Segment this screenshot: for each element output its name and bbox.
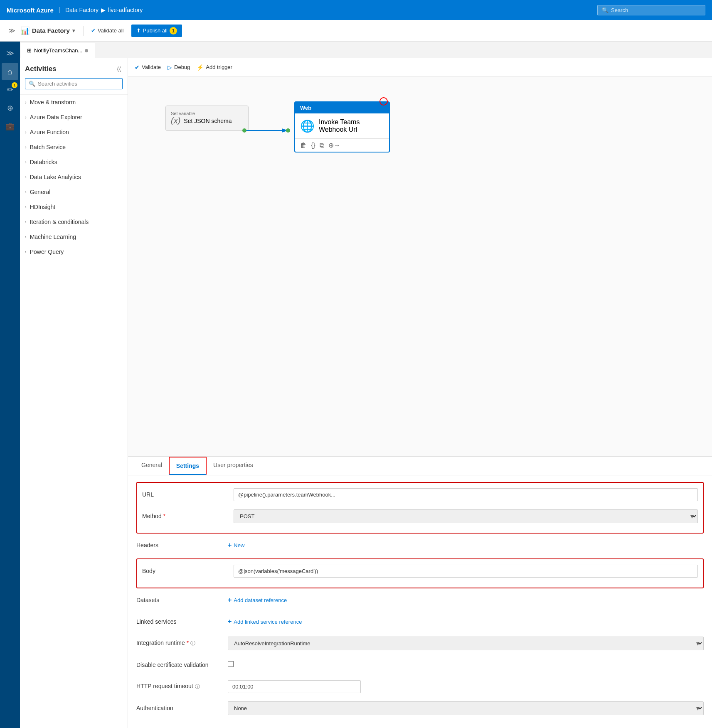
chevron-right-icon: › — [25, 189, 27, 194]
connect-icon[interactable]: ⊕→ — [328, 141, 340, 149]
web-node-title: Invoke Teams Webhook Url — [319, 118, 384, 133]
activity-group-power-query[interactable]: › Power Query — [20, 244, 128, 259]
sidebar-item-author[interactable]: ✏ 1 — [2, 81, 18, 98]
debug-button[interactable]: ▷ Debug — [168, 64, 190, 71]
add-trigger-button[interactable]: ⚡ Add trigger — [197, 64, 232, 71]
search-box[interactable]: 🔍 Search — [597, 5, 705, 15]
add-linked-service-button[interactable]: + Add linked service reference — [228, 618, 704, 625]
tab-user-properties[interactable]: User properties — [207, 457, 260, 475]
tab-user-properties-label: User properties — [213, 462, 253, 468]
validate-all-label: Validate all — [98, 27, 124, 34]
activity-group-label: Iteration & conditionals — [30, 219, 89, 225]
web-node-footer: 🗑 {} ⧉ ⊕→ — [295, 138, 389, 152]
tab-label: NotifiyTeamsChan... — [34, 47, 82, 54]
url-row: URL — [142, 486, 698, 503]
activity-group-azure-function[interactable]: › Azure Function — [20, 125, 128, 140]
sidebar-item-manage[interactable]: 💼 — [2, 118, 18, 135]
authentication-value: None Basic Client Certificate — [228, 701, 704, 715]
activity-group-data-lake-analytics[interactable]: › Data Lake Analytics — [20, 170, 128, 184]
add-dataset-button[interactable]: + Add dataset reference — [228, 596, 704, 604]
breadcrumb-chevron-icon: ▶ — [101, 7, 106, 13]
breadcrumb-service[interactable]: Data Factory — [65, 7, 99, 13]
activity-group-move-transform[interactable]: › Move & transform — [20, 95, 128, 110]
linked-services-value: + Add linked service reference — [228, 618, 704, 625]
method-label: Method * — [142, 513, 234, 519]
plus-icon: + — [228, 596, 232, 604]
method-select[interactable]: POST GET PUT DELETE — [234, 509, 698, 523]
validate-all-button[interactable]: ✔ Validate all — [87, 25, 128, 36]
checkmark-icon: ✔ — [135, 64, 140, 71]
sidebar-expand-toggle[interactable]: ≫ — [2, 45, 18, 61]
play-icon: ▷ — [168, 64, 172, 71]
activity-group-label: Databricks — [30, 159, 57, 165]
publish-all-button[interactable]: ⬆ Publish all 1 — [131, 25, 182, 37]
copy-icon[interactable]: ⧉ — [320, 142, 324, 149]
http-timeout-label: HTTP request timeout ⓘ — [136, 683, 228, 690]
url-label: URL — [142, 491, 234, 498]
integration-runtime-row: Integration runtime * ⓘ AutoResolveInteg… — [136, 635, 704, 652]
delete-icon[interactable]: 🗑 — [300, 142, 307, 149]
activity-group-machine-learning[interactable]: › Machine Learning — [20, 229, 128, 244]
activities-search-box[interactable]: 🔍 — [25, 78, 123, 89]
search-placeholder-text: Search — [611, 7, 628, 13]
publish-badge: 1 — [170, 27, 177, 34]
tab-general[interactable]: General — [135, 457, 169, 475]
disable-cert-row: Disable certificate validation — [136, 657, 704, 673]
validate-button[interactable]: ✔ Validate — [135, 64, 161, 71]
activities-collapse-btn[interactable]: ⟨⟨ — [115, 65, 123, 73]
node-content: (x) Set JSON schema — [171, 116, 243, 125]
validate-label: Validate — [142, 64, 161, 70]
activity-groups: › Move & transform › Azure Data Explorer… — [20, 94, 128, 259]
pipeline-canvas[interactable]: Set variable (x) Set JSON schema — [128, 76, 712, 456]
add-header-button[interactable]: + New — [228, 541, 704, 549]
activity-group-hdinsight[interactable]: › HDInsight — [20, 199, 128, 214]
add-trigger-label: Add trigger — [206, 64, 232, 70]
tab-general-label: General — [141, 462, 162, 468]
node-type-label: Set variable — [171, 111, 243, 116]
activity-group-label: Data Lake Analytics — [30, 174, 81, 180]
code-icon[interactable]: {} — [311, 142, 315, 149]
datasets-value: + Add dataset reference — [228, 596, 704, 604]
tab-icon: ⊞ — [27, 47, 32, 54]
breadcrumb-resource: live-adfactory — [108, 7, 143, 13]
sidebar-item-monitor[interactable]: ⊕ — [2, 100, 18, 116]
headers-row: Headers + New — [136, 537, 704, 553]
http-timeout-input[interactable] — [228, 680, 361, 693]
icon-sidebar: ≫ ⌂ ✏ 1 ⊕ 💼 — [0, 42, 20, 728]
connector-arrow — [244, 126, 294, 135]
sidebar-item-home[interactable]: ⌂ — [2, 63, 18, 80]
activity-group-general[interactable]: › General — [20, 184, 128, 199]
integration-runtime-select[interactable]: AutoResolveIntegrationRuntime — [228, 637, 704, 650]
url-input[interactable] — [234, 488, 698, 501]
web-node[interactable]: Web 🌐 Invoke Teams Webhook Url 🗑 {} ⧉ ⊕→ — [294, 101, 390, 152]
set-variable-node[interactable]: Set variable (x) Set JSON schema — [165, 106, 249, 131]
chevron-right-icon: › — [25, 145, 27, 150]
tab-modified-dot — [85, 49, 88, 52]
info-icon: ⓘ — [195, 684, 200, 689]
pipeline-tab[interactable]: ⊞ NotifiyTeamsChan... — [20, 43, 95, 58]
disable-cert-checkbox[interactable] — [228, 661, 234, 667]
sidebar-expand-icon[interactable]: ≫ — [7, 25, 17, 36]
toolbar-brand-chevron[interactable]: ▾ — [72, 28, 75, 34]
activity-group-iteration-conditionals[interactable]: › Iteration & conditionals — [20, 214, 128, 229]
main-layout: ≫ ⌂ ✏ 1 ⊕ 💼 ⊞ NotifiyTeamsChan... — [0, 42, 712, 728]
activity-group-azure-data-explorer[interactable]: › Azure Data Explorer — [20, 110, 128, 125]
trigger-icon: ⚡ — [197, 64, 204, 71]
nav-separator: | — [59, 6, 60, 14]
tab-settings[interactable]: Settings — [169, 457, 207, 475]
new-label: New — [234, 542, 244, 548]
chevron-right-icon: › — [25, 249, 27, 254]
settings-tabs: General Settings User properties — [128, 457, 712, 475]
body-section: Body — [136, 558, 704, 588]
activities-search-input[interactable] — [38, 81, 119, 87]
body-input[interactable] — [234, 565, 698, 578]
plus-icon: + — [228, 541, 232, 549]
activity-group-label: Power Query — [30, 248, 64, 255]
activity-group-batch-service[interactable]: › Batch Service — [20, 140, 128, 155]
authentication-select[interactable]: None Basic Client Certificate — [228, 701, 704, 715]
canvas-toolbar: ✔ Validate ▷ Debug ⚡ Add trigger — [128, 58, 712, 76]
chevron-right-icon: › — [25, 100, 27, 105]
required-marker: * — [163, 513, 165, 519]
activity-group-databricks[interactable]: › Databricks — [20, 155, 128, 170]
chevron-right-icon: › — [25, 130, 27, 135]
